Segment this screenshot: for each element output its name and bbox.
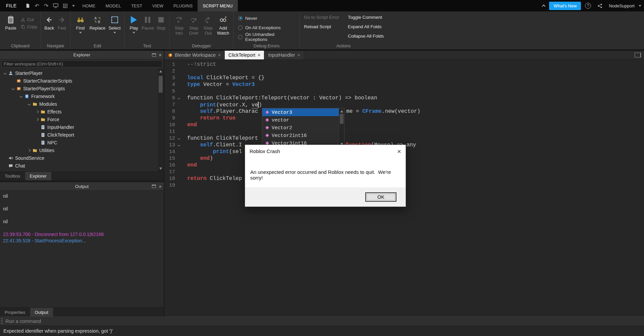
play-button[interactable]: Play: [127, 13, 141, 43]
scroll-thumb[interactable]: [340, 114, 343, 124]
close-tab-icon[interactable]: ×: [298, 53, 300, 57]
autocomplete-item-vector2[interactable]: Vector2: [262, 124, 339, 132]
autocomplete-item-vector[interactable]: vector: [262, 116, 339, 124]
editor-tab-inputhandler[interactable]: InputHandler ×: [264, 51, 304, 59]
menu-tab-view[interactable]: VIEW: [147, 0, 168, 11]
menu-tab-plugins[interactable]: PLUGINS: [168, 0, 198, 11]
file-menu-button[interactable]: FILE: [0, 0, 23, 11]
autocomplete-item-vector3[interactable]: Vector3: [262, 108, 339, 116]
go-to-script-error-button[interactable]: Go to Script Error: [304, 15, 339, 21]
help-icon[interactable]: ?: [585, 3, 591, 9]
tab-explorer[interactable]: Explorer: [25, 172, 51, 180]
close-tab-icon[interactable]: ×: [258, 53, 260, 57]
code-line-12[interactable]: 12function ClickTeleport: [164, 135, 644, 142]
reload-script-button[interactable]: Reload Script: [304, 24, 339, 30]
tree-item-starterplayerscripts[interactable]: StarterPlayerScripts: [0, 85, 164, 92]
close-panel-icon[interactable]: ×: [159, 184, 162, 189]
autocomplete-scrollbar[interactable]: [339, 108, 344, 147]
close-panel-icon[interactable]: ×: [159, 52, 162, 57]
collapse-arrow-icon[interactable]: [26, 103, 32, 105]
pause-button[interactable]: Pause: [141, 13, 154, 43]
split-editor-icon[interactable]: [635, 53, 641, 57]
copy-button[interactable]: Copy: [19, 23, 39, 30]
select-button[interactable]: Select: [107, 13, 122, 43]
tab-output[interactable]: Output: [30, 308, 53, 317]
close-dialog-icon[interactable]: ×: [397, 148, 401, 155]
float-panel-icon[interactable]: [152, 53, 156, 57]
whats-new-button[interactable]: What's New: [549, 2, 581, 10]
collapse-arrow-icon[interactable]: [18, 95, 24, 97]
menu-tab-model[interactable]: MODEL: [100, 0, 126, 11]
stop-button[interactable]: Stop: [155, 13, 167, 43]
debug-errors-option-never[interactable]: Never: [238, 15, 257, 21]
fold-arrow-icon[interactable]: [175, 144, 182, 146]
cut-button[interactable]: Cut: [19, 16, 39, 23]
tree-item-clickteleport[interactable]: ClickTeleport: [0, 131, 164, 139]
scroll-down-icon[interactable]: [159, 167, 162, 170]
command-input[interactable]: [3, 319, 644, 324]
scroll-up-icon[interactable]: [159, 70, 162, 73]
new-file-icon[interactable]: [25, 3, 30, 8]
collapse-all-folds-button[interactable]: Collapse All Folds: [348, 34, 384, 40]
quick-access-caret-icon[interactable]: [72, 5, 75, 7]
find-caret-icon[interactable]: [79, 32, 82, 34]
collapse-arrow-icon[interactable]: [2, 72, 8, 74]
code-line-6[interactable]: 6function ClickTeleport:Teleport(vector …: [164, 95, 644, 101]
debug-errors-option-on-unhandled-exceptions[interactable]: On Unhandled Exceptions: [238, 34, 298, 40]
forward-button[interactable]: Fwd: [56, 13, 68, 43]
menu-tab-script-menu[interactable]: SCRIPT MENU: [198, 0, 237, 11]
autocomplete-item-vector2int16[interactable]: Vector2int16: [262, 132, 339, 139]
toggle-comment-button[interactable]: Toggle Comment: [348, 15, 384, 21]
code-line-9[interactable]: 9 return true: [164, 115, 644, 122]
expand-all-folds-button[interactable]: Expand All Folds: [348, 24, 384, 30]
debug-errors-option-on-all-exceptions[interactable]: On All Exceptions: [238, 24, 281, 31]
code-line-7[interactable]: 7 print(vector.X, ve): [164, 101, 644, 108]
crash-dialog-titlebar[interactable]: Roblox Crash ×: [245, 145, 406, 157]
account-caret-icon[interactable]: [639, 5, 641, 7]
quick-access-icon[interactable]: [63, 4, 67, 8]
fold-arrow-icon[interactable]: [175, 138, 182, 139]
menu-tab-test[interactable]: TEST: [126, 0, 147, 11]
step-into-button[interactable]: Step Into: [172, 13, 186, 43]
step-over-button[interactable]: Step Over: [186, 13, 201, 43]
paste-button[interactable]: Paste: [2, 13, 19, 43]
explorer-scrollbar[interactable]: [158, 68, 163, 172]
undo-icon[interactable]: ↶: [35, 3, 39, 9]
collapse-arrow-icon[interactable]: [10, 88, 16, 90]
tree-item-framework[interactable]: Framework: [0, 92, 164, 100]
tree-item-npc[interactable]: NPC: [0, 139, 164, 146]
tree-item-chat[interactable]: Chat: [0, 162, 164, 170]
publish-icon[interactable]: [53, 3, 58, 8]
tree-item-force[interactable]: Force: [0, 115, 164, 123]
editor-tab-blender-workspace[interactable]: Blender Workspace ×: [164, 51, 225, 59]
step-out-button[interactable]: Step Out: [201, 13, 215, 43]
redo-icon[interactable]: ↷: [44, 3, 48, 9]
replace-button[interactable]: AB Replace: [88, 13, 107, 43]
share-icon[interactable]: [597, 3, 602, 8]
code-line-3[interactable]: 3local ClickTeleport = {}: [164, 75, 644, 81]
tree-item-startercharacterscripts[interactable]: StarterCharacterScripts: [0, 77, 164, 85]
explorer-filter-input[interactable]: [1, 60, 162, 67]
editor-tab-clickteleport[interactable]: ClickTeleport ×: [225, 51, 264, 59]
menu-tab-home[interactable]: HOME: [77, 0, 100, 11]
account-name[interactable]: NodeSupport: [609, 3, 635, 8]
expand-arrow-icon[interactable]: [34, 111, 40, 113]
tree-item-inputhandler[interactable]: InputHandler: [0, 123, 164, 131]
code-line-11[interactable]: 11: [164, 128, 644, 135]
tab-toolbox[interactable]: Toolbox: [0, 172, 25, 180]
fold-arrow-icon[interactable]: [175, 97, 182, 99]
ok-button[interactable]: OK: [365, 192, 396, 202]
play-caret-icon[interactable]: [132, 32, 135, 34]
tab-properties[interactable]: Properties: [0, 308, 30, 317]
scroll-thumb[interactable]: [159, 76, 163, 93]
code-line-10[interactable]: 10end: [164, 122, 644, 128]
add-watch-button[interactable]: Add Watch: [215, 13, 231, 43]
tree-item-modules[interactable]: Modules: [0, 100, 164, 108]
back-button[interactable]: Back: [43, 13, 56, 43]
code-line-2[interactable]: 2: [164, 68, 644, 75]
collapse-ribbon-icon[interactable]: [542, 4, 546, 8]
code-line-4[interactable]: 4type Vector = Vector3: [164, 81, 644, 88]
close-tab-icon[interactable]: ×: [218, 53, 221, 57]
tree-item-soundservice[interactable]: SoundService: [0, 154, 164, 162]
code-line-5[interactable]: 5: [164, 88, 644, 95]
